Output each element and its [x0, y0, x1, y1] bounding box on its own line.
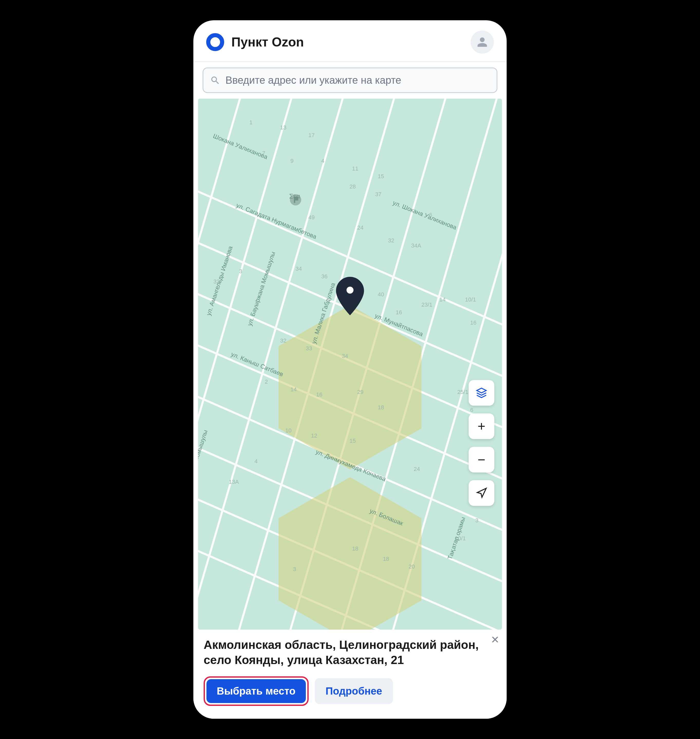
- house-number: 37: [375, 191, 381, 198]
- house-number: 17: [309, 132, 315, 139]
- house-number: 23/1: [421, 301, 432, 308]
- house-number: 24: [357, 225, 363, 231]
- zoom-in-button[interactable]: +: [469, 413, 494, 439]
- house-number: 4: [254, 458, 257, 465]
- search-placeholder: Введите адрес или укажите на карте: [225, 75, 401, 86]
- header-left: Пункт Ozon: [206, 33, 304, 51]
- address-sheet: × Акмолинская область, Целиноградский ра…: [193, 630, 507, 719]
- house-number: 3: [475, 517, 478, 524]
- house-number: 4: [321, 158, 324, 165]
- house-number: 18: [352, 545, 358, 552]
- house-number: 1: [249, 119, 252, 126]
- house-number: 1: [254, 299, 257, 306]
- house-number: 10/1: [455, 535, 466, 542]
- close-button[interactable]: ×: [491, 633, 499, 646]
- primary-highlight-ring: Выбрать место: [204, 676, 309, 706]
- user-icon: [476, 37, 488, 48]
- layers-icon: [476, 387, 487, 398]
- poi-label: Σεα: [289, 192, 300, 200]
- house-number: 49: [309, 214, 315, 221]
- house-number: 18: [378, 404, 384, 411]
- house-number: 16: [316, 391, 322, 398]
- house-number: 18: [383, 556, 389, 562]
- house-number: 12: [311, 432, 317, 439]
- house-number: 3: [293, 566, 296, 573]
- locate-button[interactable]: [469, 480, 494, 506]
- ozon-logo-icon: [206, 33, 224, 51]
- house-number: 32: [213, 278, 219, 285]
- house-number: 14: [439, 296, 446, 303]
- house-number: 34: [342, 353, 348, 360]
- house-number: 32: [388, 237, 394, 244]
- house-number: 29: [357, 389, 363, 395]
- sheet-buttons: Выбрать место Подробнее: [204, 676, 496, 706]
- svg-marker-21: [477, 488, 486, 497]
- map-viewport[interactable]: Шокана Уалиханова ул. Шокана Уалиханова …: [198, 98, 502, 630]
- page-title: Пункт Ozon: [231, 35, 304, 50]
- house-number: 14: [290, 386, 297, 393]
- house-number: 15: [350, 438, 356, 444]
- select-place-button[interactable]: Выбрать место: [206, 679, 306, 703]
- search-input[interactable]: Введите адрес или укажите на карте: [203, 68, 497, 93]
- house-number: 34: [296, 266, 302, 272]
- minus-icon: −: [478, 452, 485, 467]
- house-number: 33: [306, 345, 312, 352]
- house-number: 10: [285, 427, 291, 434]
- search-wrap: Введите адрес или укажите на карте: [193, 62, 507, 98]
- search-icon: [210, 75, 220, 85]
- house-number: 13: [280, 124, 286, 131]
- profile-button[interactable]: [471, 31, 494, 54]
- zoom-out-button[interactable]: −: [469, 447, 494, 473]
- house-number: 9: [290, 158, 294, 165]
- house-number: 25/1: [457, 389, 468, 395]
- selected-address: Акмолинская область, Целиноградский райо…: [204, 637, 496, 668]
- house-number: 36: [321, 273, 327, 280]
- navigation-icon: [476, 487, 487, 499]
- house-number: 24: [414, 466, 420, 473]
- phone-frame: Пункт Ozon Введите адрес или укажите на …: [193, 20, 507, 719]
- house-number: 6: [429, 212, 432, 218]
- plus-icon: +: [478, 419, 485, 434]
- house-number: 11: [352, 165, 358, 172]
- house-number: 20: [409, 563, 415, 570]
- header: Пункт Ozon: [193, 20, 507, 62]
- map-controls: + −: [469, 380, 494, 506]
- house-number: 3: [239, 268, 242, 275]
- house-number: 16: [396, 309, 402, 316]
- house-number: 40: [378, 291, 384, 298]
- house-number: 2: [265, 379, 268, 385]
- house-number: 13A: [229, 479, 239, 485]
- close-icon: ×: [491, 632, 499, 647]
- svg-point-19: [346, 286, 353, 294]
- house-number: 32: [280, 337, 286, 344]
- house-number: 16: [470, 319, 476, 326]
- house-number: 7: [262, 150, 265, 157]
- map-pin-icon: [336, 277, 364, 316]
- svg-marker-20: [477, 388, 486, 393]
- house-number: 34А: [411, 242, 421, 249]
- house-number: 10/1: [465, 296, 476, 303]
- layers-button[interactable]: [469, 380, 494, 406]
- house-number: 15: [378, 173, 384, 180]
- house-number: 28: [350, 183, 356, 190]
- details-button[interactable]: Подробнее: [315, 678, 393, 704]
